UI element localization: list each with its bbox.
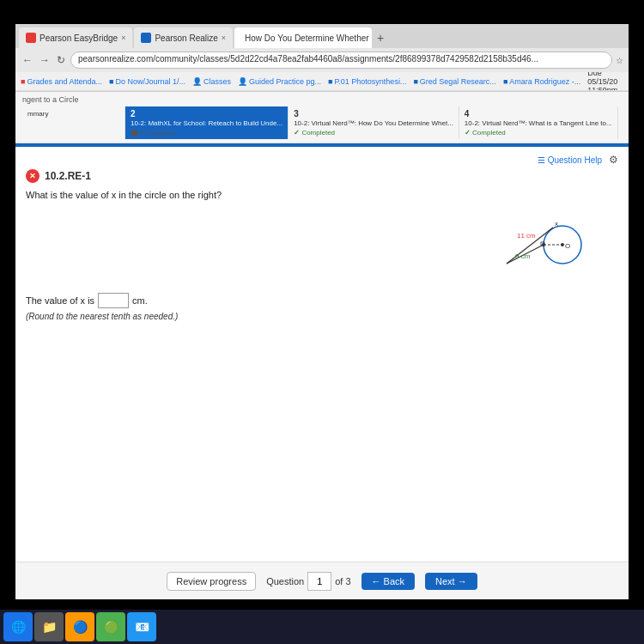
step-3-num: 3 bbox=[294, 109, 453, 118]
next-button[interactable]: Next → bbox=[425, 573, 477, 590]
of-label: of 3 bbox=[335, 576, 350, 586]
step-2-label: 10-2: MathXL for School: Reteach to Buil… bbox=[131, 119, 283, 127]
taskbar-glyph-4: 🟢 bbox=[104, 620, 118, 634]
step-summary-label: mmary bbox=[27, 110, 119, 118]
bookmark-guided-icon: 👤 bbox=[238, 77, 247, 86]
tab-easybridge[interactable]: Pearson EasyBridge × bbox=[19, 27, 132, 48]
star-icon[interactable]: ☆ bbox=[616, 56, 623, 65]
step-4-status: ✓ Completed bbox=[465, 129, 612, 137]
bookmark-guided[interactable]: 👤 Guided Practice pg... bbox=[238, 77, 321, 86]
step-3[interactable]: 3 10-2: Virtual Nerd™: How Do You Determ… bbox=[289, 106, 459, 139]
taskbar-icon-4[interactable]: 🟢 bbox=[96, 612, 125, 641]
breadcrumb: ngent to a Circle bbox=[22, 95, 622, 104]
bookmark-donow-icon: ■ bbox=[109, 77, 113, 86]
tab-close-easybridge[interactable]: × bbox=[121, 33, 125, 42]
round-note: (Round to the nearest tenth as needed.) bbox=[26, 312, 618, 321]
step-3-label: 10-2: Virtual Nerd™: How Do You Determin… bbox=[294, 119, 453, 127]
question-toolbar: ☰ Question Help ⚙ bbox=[26, 154, 618, 166]
list-icon: ☰ bbox=[538, 155, 545, 165]
question-id: 10.2.RE-1 bbox=[45, 170, 91, 182]
tab-close-realize[interactable]: × bbox=[222, 33, 226, 42]
bookmark-amara-label: Amara Rodriguez -... bbox=[509, 77, 580, 86]
address-bar[interactable]: pearsonrealize.com/community/classes/5d2… bbox=[70, 52, 612, 69]
bookmark-amara-icon: ■ bbox=[503, 77, 507, 86]
step-4-num: 4 bbox=[465, 109, 612, 118]
taskbar-folder-icon[interactable]: 📁 bbox=[34, 612, 64, 641]
lesson-nav: ngent to a Circle mmary 2 10-2: MathXL f… bbox=[15, 92, 629, 143]
new-tab-button[interactable]: + bbox=[374, 31, 387, 45]
bookmark-photo[interactable]: ■ P.01 Photosynthesi... bbox=[328, 77, 406, 86]
bookmark-classes[interactable]: 👤 Classes bbox=[192, 77, 231, 86]
bookmarks-bar: ■ Grades and Attenda... ■ Do Now/Journal… bbox=[15, 72, 629, 91]
bookmark-classes-icon: 👤 bbox=[192, 77, 202, 86]
x-badge: ✕ bbox=[26, 169, 39, 183]
svg-text:x: x bbox=[555, 220, 558, 228]
bookmark-donow-label: Do Now/Journal 1/... bbox=[115, 77, 185, 86]
question-area: ☰ Question Help ⚙ ✕ 10.2.RE-1 What is th… bbox=[15, 147, 629, 328]
step-4-label: 10-2: Virtual Nerd™: What is a Tangent L… bbox=[465, 119, 612, 127]
lesson-title: ngent to a Circle bbox=[22, 95, 79, 104]
bookmark-donow[interactable]: ■ Do Now/Journal 1/... bbox=[109, 77, 185, 86]
svg-text:9 cm: 9 cm bbox=[515, 252, 531, 260]
bookmark-classes-label: Classes bbox=[204, 77, 231, 86]
bookmark-grades[interactable]: ■ Grades and Attenda... bbox=[21, 77, 102, 86]
lesson-steps: mmary 2 10-2: MathXL for School: Reteach… bbox=[22, 106, 622, 139]
bottom-nav: Review progress Question of 3 ← Back Nex… bbox=[15, 562, 629, 599]
bookmark-gred[interactable]: ■ Gred Segal Researc... bbox=[413, 77, 495, 86]
taskbar-folder-glyph: 📁 bbox=[42, 620, 57, 634]
step-2-num: 2 bbox=[131, 109, 283, 118]
answer-row: The value of x is cm. bbox=[26, 293, 618, 308]
step-summary[interactable]: mmary bbox=[22, 106, 125, 139]
step-4[interactable]: 4 10-2: Virtual Nerd™: What is a Tangent… bbox=[459, 106, 618, 139]
answer-prefix: The value of x is bbox=[26, 295, 94, 306]
taskbar-email-icon[interactable]: 📧 bbox=[127, 612, 156, 641]
bookmark-grades-icon: ■ bbox=[21, 77, 25, 86]
back-button[interactable]: ← Back bbox=[361, 573, 416, 590]
address-bar-row: ← → ↻ pearsonrealize.com/community/class… bbox=[15, 48, 629, 72]
bookmark-photo-label: P.01 Photosynthesi... bbox=[334, 77, 406, 86]
bookmark-photo-icon: ■ bbox=[328, 77, 332, 86]
question-nav: Question of 3 bbox=[266, 572, 350, 591]
question-id-row: ✕ 10.2.RE-1 bbox=[26, 169, 618, 183]
o-label: O bbox=[565, 242, 570, 250]
reload-button[interactable]: ↻ bbox=[55, 54, 67, 66]
back-nav-button[interactable]: ← bbox=[21, 54, 34, 66]
question-text: What is the value of x in the circle on … bbox=[26, 190, 618, 200]
browser-chrome: Pearson EasyBridge × Pearson Realize × H… bbox=[15, 24, 629, 92]
taskbar-browser-icon[interactable]: 🌐 bbox=[3, 612, 33, 641]
settings-icon[interactable]: ⚙ bbox=[609, 154, 618, 166]
question-help-label: Question Help bbox=[548, 155, 602, 165]
review-progress-button[interactable]: Review progress bbox=[167, 572, 256, 591]
question-label: Question bbox=[266, 576, 304, 586]
tab-favicon-realize bbox=[141, 33, 151, 43]
step-3-status: ✓ Completed bbox=[294, 129, 453, 137]
taskbar-glyph-3: 🔵 bbox=[73, 620, 88, 634]
tab-how-determine[interactable]: How Do You Determine Whether × bbox=[234, 27, 372, 48]
step-2[interactable]: 2 10-2: MathXL for School: Reteach to Bu… bbox=[125, 106, 289, 139]
question-number-input[interactable] bbox=[307, 572, 331, 591]
svg-text:11 cm: 11 cm bbox=[517, 232, 536, 240]
tab-label-easybridge: Pearson EasyBridge bbox=[39, 33, 118, 43]
answer-unit: cm. bbox=[132, 295, 148, 306]
bookmark-grades-label: Grades and Attenda... bbox=[27, 77, 102, 86]
bookmark-gred-icon: ■ bbox=[413, 77, 417, 86]
page-content: ngent to a Circle mmary 2 10-2: MathXL f… bbox=[15, 92, 629, 328]
answer-input[interactable] bbox=[98, 293, 129, 308]
tab-label-how: How Do You Determine Whether bbox=[245, 33, 369, 43]
tab-favicon-easybridge bbox=[26, 33, 36, 43]
taskbar: 🌐 📁 🔵 🟢 📧 bbox=[0, 610, 644, 644]
taskbar-email-glyph: 📧 bbox=[135, 620, 149, 634]
question-help-button[interactable]: ☰ Question Help bbox=[538, 155, 602, 165]
tab-label-realize: Pearson Realize bbox=[155, 33, 217, 43]
tab-realize[interactable]: Pearson Realize × bbox=[134, 27, 233, 48]
diagram-container: O 11 cm 9 cm x bbox=[26, 210, 618, 279]
taskbar-icon-3[interactable]: 🔵 bbox=[65, 612, 94, 641]
tab-bar: Pearson EasyBridge × Pearson Realize × H… bbox=[15, 24, 629, 48]
bookmark-amara[interactable]: ■ Amara Rodriguez -... bbox=[503, 77, 580, 86]
bookmark-gred-label: Gred Segal Researc... bbox=[420, 77, 496, 86]
taskbar-browser-glyph: 🌐 bbox=[11, 620, 26, 634]
bookmark-guided-label: Guided Practice pg... bbox=[249, 77, 321, 86]
forward-nav-button[interactable]: → bbox=[38, 54, 52, 66]
step-2-status: ⬤ In Progress bbox=[131, 129, 283, 137]
circle-diagram: O 11 cm 9 cm x bbox=[489, 210, 592, 279]
